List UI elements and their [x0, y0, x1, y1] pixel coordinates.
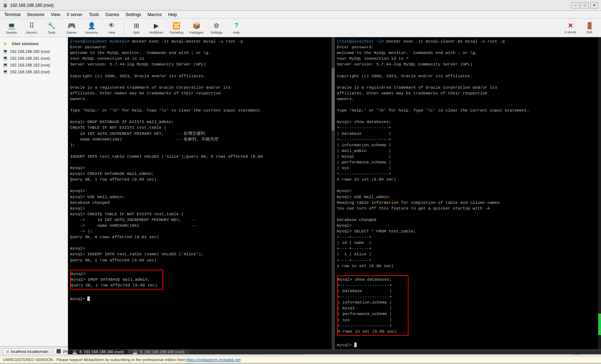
term-line: +----+-------+ [337, 257, 596, 263]
term-line: mysql> [71, 271, 162, 277]
menu-help[interactable]: Help [165, 11, 180, 18]
menu-macros[interactable]: Macros [145, 11, 165, 18]
sidebar-item-0[interactable]: 💻 192.168.188.180 (root) [0, 48, 68, 55]
tab-left[interactable]: 💻 8. 192.168.188.180 (root) [68, 350, 128, 354]
term-line: mysql> USE mall_admin; [70, 194, 329, 200]
exit-label: Exit [587, 30, 592, 34]
sidebar-item-1[interactable]: 💻 192.168.188.181 (root) [0, 55, 68, 62]
term-line: Database changed [337, 217, 596, 223]
toolbar-split[interactable]: ⊞ Split [128, 20, 145, 36]
term-line [337, 269, 596, 275]
term-line: mysql> [337, 188, 596, 194]
term-line: 5 rows in set (0.00 sec) [337, 177, 596, 182]
toolbar-tools[interactable]: 🔧 Tools [43, 20, 60, 36]
toolbar-games-label: Games [66, 31, 77, 34]
exit-button[interactable]: 🚪 Exit [581, 20, 598, 36]
left-scrollbar-thumb [332, 68, 334, 131]
menu-sessions[interactable]: Sessions [24, 11, 47, 18]
term-line: Welcome to the MySQL monitor. Commands e… [70, 50, 329, 56]
right-scrollbar[interactable] [598, 37, 601, 349]
tunneling-icon: 🔀 [172, 21, 181, 30]
term-line: | information_schema | [337, 142, 596, 148]
unregistered-link[interactable]: https://mobaxterm.mobatek.net [186, 358, 241, 362]
close-button[interactable]: ✕ [590, 2, 598, 9]
host-icon: 🖥 [5, 349, 9, 354]
terminal-left-red-box: mysql> mysql> DROP DATABASE mall_admin; … [70, 270, 163, 290]
terminal-right[interactable]: [root@localhost ~]# docker exec -it mysq… [335, 37, 601, 349]
term-line: [root@localhost ~]# docker exec -it mysq… [337, 39, 596, 44]
toolbar-tunneling[interactable]: 🔀 Tunneling [168, 20, 185, 36]
sidebar-item-label-3: 192.168.188.183 (root) [10, 70, 50, 74]
term-line: name VARCHAR(100) -- 名称列, 不能为空 [70, 137, 329, 142]
term-line: mysql> [70, 296, 329, 302]
status-cpu-label: 0% [63, 349, 68, 354]
sidebar-item-3[interactable]: 💻 192.168.188.183 (root) [0, 68, 68, 75]
term-line: mysql> show databases; [337, 119, 596, 125]
terminal-panes: [root@localhost mydata]# docker exec -it… [68, 37, 601, 349]
term-line: +----+-------+ [337, 234, 596, 240]
toolbar-session-label: Session [6, 31, 17, 34]
titlebar: 🖥 192.168.188.180 (root) ─ □ ✕ [0, 0, 601, 11]
toolbar-sessions[interactable]: 👤 Sessions [83, 20, 100, 36]
term-line: mysql> INSERT INTO test_table (name) VAL… [70, 251, 329, 257]
status-host[interactable]: 🖥 localhost.localdomain [3, 348, 51, 355]
term-line: | mall_admin | [337, 148, 596, 154]
view-icon: 👁 [107, 21, 116, 30]
menu-xserver[interactable]: X server [64, 11, 85, 18]
toolbar-multiexec[interactable]: ▶ MultiExec [148, 20, 165, 36]
term-line [70, 240, 329, 246]
sidebar-host-icon-2: 💻 [3, 63, 8, 67]
toolbar-tunneling-label: Tunneling [169, 31, 183, 34]
left-scrollbar[interactable] [332, 37, 334, 349]
term-line: | information_schema | [338, 300, 408, 305]
toolbar-tools-label: Tools [48, 31, 55, 34]
menu-tools[interactable]: Tools [86, 11, 102, 18]
xserver-button[interactable]: ✕ X server [561, 20, 580, 36]
minimize-button[interactable]: ─ [572, 2, 580, 9]
term-line [70, 79, 329, 85]
help-icon: ? [232, 21, 241, 30]
term-line [70, 67, 329, 73]
term-line: | 1 | Alice | [337, 251, 596, 257]
menu-view[interactable]: View [48, 11, 63, 18]
term-line: owners. [70, 96, 329, 102]
toolbar-view[interactable]: 👁 View [103, 20, 120, 36]
term-line: Your MySQL connection id is 11 [70, 56, 329, 62]
main-area: ★ User sessions 💻 192.168.188.180 (root)… [0, 37, 601, 346]
toolbar-packages[interactable]: 📦 Packages [188, 20, 205, 36]
term-line: You can turn off this feature to get a q… [337, 206, 596, 211]
term-line [70, 159, 329, 165]
sidebar-item-label-1: 192.168.188.181 (root) [10, 56, 50, 60]
exit-icon: 🚪 [586, 22, 593, 30]
toolbar-games[interactable]: 🎮 Games [63, 20, 80, 36]
xserver-label: X server [564, 30, 576, 34]
term-line: mysql> DROP DATABASE mall_admin; [71, 277, 162, 282]
toolbar-session[interactable]: 💻 Session [3, 20, 20, 36]
sidebar-host-icon-3: 💻 [3, 69, 8, 74]
multiexec-icon: ▶ [152, 21, 161, 30]
toolbar-help[interactable]: ? Help [228, 20, 245, 36]
term-line: affiliates. Other names may be trademark… [337, 90, 596, 96]
toolbar-servers[interactable]: ⠿ Servers [23, 20, 40, 36]
term-line [337, 79, 596, 85]
term-line: +--------------------+ [338, 294, 408, 300]
term-line [70, 263, 329, 269]
menu-terminal[interactable]: Terminal [1, 11, 23, 18]
tab-right[interactable]: 💻 9. 192.168.188.180 (root) [128, 350, 189, 354]
toolbar-settings[interactable]: ⚙ Settings [208, 20, 225, 36]
term-line: Copyright (c) 2000, 2023, Oracle and/or … [70, 73, 329, 79]
sidebar-item-label-0: 192.168.188.180 (root) [10, 49, 50, 54]
term-line: owners. [337, 96, 596, 102]
sidebar-item-2[interactable]: 💻 192.168.188.182 (root) [0, 62, 68, 68]
term-line [70, 290, 329, 296]
term-line: | mysql | [338, 305, 408, 311]
term-line: Type 'help;' or '\h' for help. Type '\c'… [337, 108, 596, 113]
maximize-button[interactable]: □ [581, 2, 589, 9]
toolbar-separator-1 [124, 21, 124, 35]
term-line: Oracle is a registered trademark of Orac… [337, 85, 596, 90]
menu-games[interactable]: Games [103, 11, 122, 18]
menu-settings[interactable]: Settings [123, 11, 144, 18]
term-line: | Database | [338, 288, 408, 294]
term-line: mysql> [70, 188, 329, 194]
terminal-left[interactable]: [root@localhost mydata]# docker exec -it… [68, 37, 335, 349]
